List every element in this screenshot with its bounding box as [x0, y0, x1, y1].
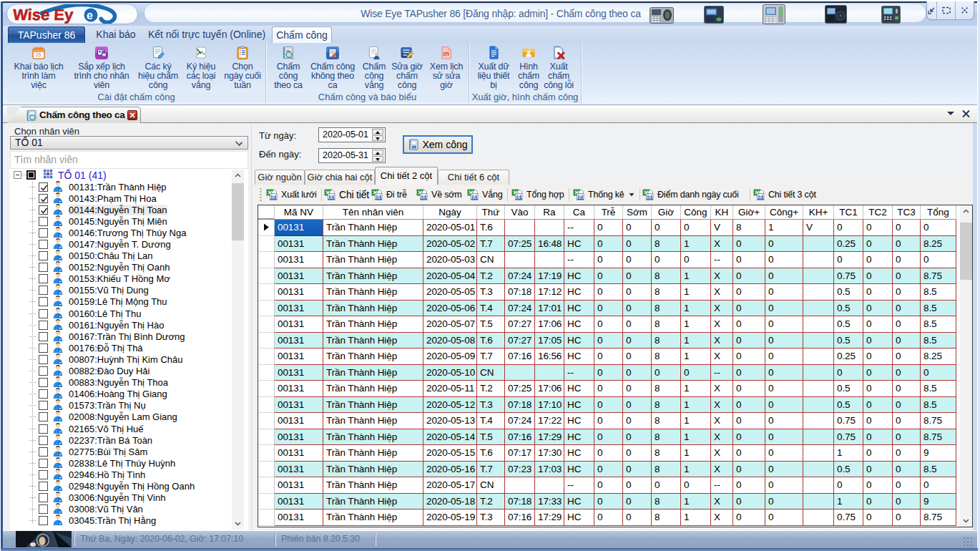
svg-text:Wise Ey: Wise Ey	[13, 6, 74, 24]
svg-text:23: 23	[36, 52, 41, 57]
svg-text:log: log	[444, 53, 448, 56]
svg-text:e: e	[87, 9, 93, 21]
